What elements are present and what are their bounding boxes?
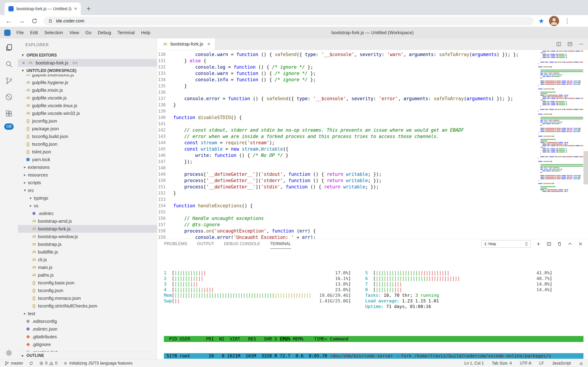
tree-item-gulpfile.vscode.win32.js[interactable]: JSgulpfile.vscode.win32.js [18,109,157,117]
terminal[interactable]: 1 [|||||||||||| 17.8%]2 [||||||||||| 16.… [157,249,588,359]
browser-menu-icon[interactable]: ⋮ [564,17,570,25]
back-icon[interactable]: ← [5,17,13,25]
extensions-icon[interactable] [0,105,18,122]
tree-item-cli.js[interactable]: JScli.js [18,256,157,264]
tree-item-src[interactable]: ▾src [18,186,157,194]
editor-actions [556,38,584,50]
tree-item-package.json[interactable]: {}package.json [18,125,157,133]
split-editor-icon[interactable] [556,42,561,47]
menu-bar-items: FileEditSelectionViewGoDebugTerminalHelp [13,27,154,38]
browser-tab[interactable]: bootstrap-fork.js — Untitled (W × [5,2,81,15]
tree-item-gulpfile.vscode.js[interactable]: JSgulpfile.vscode.js [18,94,157,102]
tree-item-gulpfile.hygiene.js[interactable]: JSgulpfile.hygiene.js [18,79,157,86]
tree-item-bootstrap-window.js[interactable]: JSbootstrap-window.js [18,233,157,240]
tree-item-.editorconfig[interactable]: .editorconfig [18,317,157,325]
panel-tab-output[interactable]: OUTPUT [197,239,214,249]
forward-icon[interactable]: → [17,17,25,25]
menu-item-terminal[interactable]: Terminal [114,27,138,38]
tree-item-buildfile.js[interactable]: JSbuildfile.js [18,248,157,256]
menu-item-view[interactable]: View [66,27,82,38]
language-mode[interactable]: JavaScript [552,361,571,366]
notifications-bell-icon[interactable] [579,361,583,366]
menu-item-edit[interactable]: Edit [27,27,41,38]
url-text[interactable]: ide.coder.com [56,18,84,24]
panel-tab-problems[interactable]: PROBLEMS [164,239,187,249]
problems-indicator[interactable]: 0 0 [39,361,58,366]
bookmark-star-icon[interactable]: ★ [538,18,544,24]
tree-item-vs[interactable]: ▸vs [18,202,157,209]
menu-item-debug[interactable]: Debug [95,27,114,38]
tree-item-test[interactable]: ▸test [18,310,157,317]
tree-item-tsconfig.json[interactable]: {}tsconfig.json [18,140,157,148]
tree-item-gulpfile.mixin.js[interactable]: JSgulpfile.mixin.js [18,86,157,94]
tree-item-.gitattributes[interactable]: .gitattributes [18,333,157,341]
new-tab-button[interactable]: + [84,4,93,14]
sync-button[interactable] [29,361,33,366]
close-icon[interactable]: × [22,60,25,66]
tree-item-yarn.lock[interactable]: yarn.lock [18,156,157,163]
tree-item-tslint.json[interactable]: {}tslint.json [18,148,157,156]
reload-icon[interactable] [31,17,39,25]
tab-close-icon[interactable]: × [74,6,77,12]
tree-item-jsconfig.json[interactable]: {}jsconfig.json [18,117,157,125]
tree-item-tsconfig.monaco.json[interactable]: {}tsconfig.monaco.json [18,294,157,302]
maximize-panel-icon[interactable] [567,241,573,247]
tree-item-main.js[interactable]: JSmain.js [18,264,157,271]
more-actions-icon[interactable] [579,42,584,47]
tree-item-resources[interactable]: ▸resources [18,171,157,179]
avatar[interactable] [549,16,559,26]
tree-item-tsconfig.json[interactable]: {}tsconfig.json [18,287,157,294]
tree-item-.eslintrc[interactable]: .eslintrc [18,209,157,217]
outline-header[interactable]: ▸ OUTLINE [18,352,157,359]
menu-item-selection[interactable]: Selection [41,27,66,38]
editor-layout-icon[interactable] [567,42,573,47]
panel-tab-terminal[interactable]: TERMINAL [270,239,291,249]
close-panel-icon[interactable] [578,241,583,247]
eol[interactable]: LF [539,361,544,366]
workspace-header[interactable]: ▾ UNTITLED (WORKSPACE) [18,67,157,75]
menu-item-go[interactable]: Go [82,27,95,38]
tree-item-bootstrap.js[interactable]: JSbootstrap.js [18,240,157,248]
explorer-icon[interactable] [0,39,18,56]
tree-item-.mention-bot[interactable]: .mention-bot [18,348,157,352]
off-badge[interactable]: Off [4,124,14,130]
close-icon[interactable]: × [207,41,210,47]
tab-size[interactable]: Tab Size: 4 [492,361,512,366]
branch-indicator[interactable]: master [5,361,23,366]
menu-item-help[interactable]: Help [138,27,153,38]
tree-item-bootstrap-fork.js[interactable]: JSbootstrap-fork.js [18,225,157,233]
tree-item-extensions[interactable]: ▸extensions [18,163,157,171]
terminal-select[interactable]: 1: htop [481,240,530,248]
tree-item-tsconfig.strictNullChecks.json[interactable]: {}tsconfig.strictNullChecks.json [18,302,157,310]
tree-item-gulpfile.vscode.linux.js[interactable]: JSgulpfile.vscode.linux.js [18,102,157,109]
tree-item-.gitignore[interactable]: .gitignore [18,341,157,348]
source-control-icon[interactable] [0,72,18,89]
menu-item-file[interactable]: File [13,27,27,38]
cursor-position[interactable]: Ln 1, Col 1 [464,361,484,366]
editor-scrollbar[interactable] [583,151,588,184]
tree-item-paths.js[interactable]: JSpaths.js [18,271,157,279]
memory-meter: Mem[||||||||||||||||||||||||||||||||||||… [164,292,365,298]
new-terminal-icon[interactable] [536,241,541,247]
tree-item-tsconfig.build.json[interactable]: {}tsconfig.build.json [18,133,157,140]
tree-item-scripts[interactable]: ▸scripts [18,179,157,186]
tree-item-gulpfile.extensions.js[interactable]: JSgulpfile.extensions.js [18,75,157,79]
search-icon[interactable] [0,56,18,72]
encoding[interactable]: UTF-8 [520,361,531,366]
open-editors-header[interactable]: ▾ OPEN EDITORS [18,51,157,59]
debug-disabled-icon[interactable] [0,89,18,105]
code-editor[interactable]: 130 console.warn = function () { safeSen… [157,50,588,239]
htop-row-5178[interactable]: 5178 root 20 0 1021M 181M 3328 R 72.7 0.… [164,353,583,359]
tree-item-tsconfig.base.json[interactable]: {}tsconfig.base.json [18,279,157,287]
tree-item-bootstrap-amd.js[interactable]: JSbootstrap-amd.js [18,217,157,225]
address-bar[interactable]: ide.coder.com [43,17,534,25]
panel-tab-debug-console[interactable]: DEBUG CONSOLE [224,239,260,249]
tree-item-typings[interactable]: ▸typings [18,194,157,202]
kill-terminal-icon[interactable] [557,241,562,247]
tree-item-.eslintrc.json[interactable]: .eslintrc.json [18,325,157,333]
split-terminal-icon[interactable] [546,241,552,247]
minimap[interactable] [538,50,583,196]
open-editor-item[interactable]: × JS bootstrap-fork.js src [18,59,157,67]
settings-gear-icon[interactable] [5,349,13,357]
editor-tab[interactable]: JS bootstrap-fork.js × [157,38,215,50]
